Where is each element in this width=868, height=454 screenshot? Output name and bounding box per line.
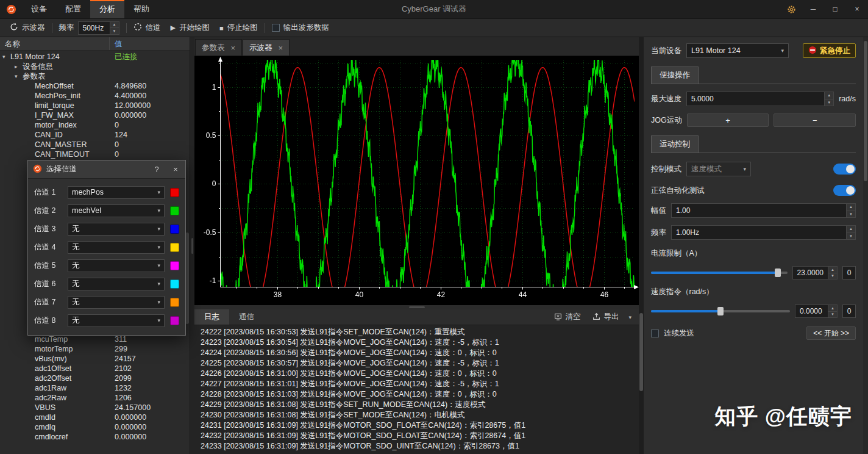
max-speed-spinbox[interactable]: 5.0000 ▲▼ — [686, 92, 834, 106]
oscilloscope-plot[interactable] — [194, 56, 639, 305]
spin-arrows[interactable]: ▲▼ — [110, 22, 119, 34]
start-test-button[interactable]: << 开始 >> — [806, 326, 856, 340]
tree-row[interactable]: I_FW_MAX 0.000000 — [0, 110, 190, 120]
tree-row[interactable]: motor_index 0 — [0, 120, 190, 130]
stop-plot-button[interactable]: ■ 停止绘图 — [215, 19, 263, 37]
dialog-close-button[interactable]: × — [168, 162, 183, 177]
channel-select[interactable]: mechPos ▾ — [68, 186, 165, 199]
tree-row[interactable]: CAN_MASTER 0 — [0, 140, 190, 150]
export-log-button[interactable]: 导出 — [588, 311, 624, 323]
output-wave-checkbox[interactable] — [272, 24, 280, 32]
log-body[interactable]: 24222 [2023/08/15 16:30:53] 发送L91指令SET_M… — [194, 325, 639, 454]
control-mode-toggle[interactable] — [833, 164, 856, 175]
current-limit-spinbox[interactable]: 23.0000 ▲▼ — [792, 266, 838, 279]
menu-item[interactable]: 分析 — [90, 0, 124, 18]
tree-row[interactable]: cmdId 0.000000 — [0, 413, 190, 422]
channel-select[interactable]: 无 ▾ — [68, 259, 165, 272]
jog-minus-button[interactable]: − — [774, 114, 856, 127]
spin-arrows[interactable]: ▲▼ — [828, 267, 837, 279]
tree-row[interactable]: cmdlocref 0.000000 — [0, 432, 190, 442]
view-tab[interactable]: 参数表 × — [195, 39, 242, 56]
right-scrollbar-thumb[interactable] — [864, 41, 867, 181]
minimize-button[interactable]: ─ — [802, 0, 824, 18]
channel-select[interactable]: mechVel ▾ — [68, 204, 165, 217]
channel-select[interactable]: 无 ▾ — [68, 241, 165, 254]
tree-expander-icon[interactable] — [2, 54, 10, 60]
menu-item[interactable]: 设备 — [22, 0, 56, 18]
sine-test-toggle[interactable] — [833, 185, 856, 196]
continuous-send-checkbox[interactable] — [651, 330, 659, 337]
right-scrollbar[interactable] — [863, 37, 868, 454]
spin-arrows[interactable]: ▲▼ — [846, 204, 855, 217]
spin-up-icon[interactable]: ▲ — [828, 305, 837, 312]
log-tab[interactable]: 日志 — [194, 309, 229, 325]
tree-row[interactable]: limit_torque 12.000000 — [0, 101, 190, 110]
tree-column-value[interactable]: 值 — [110, 37, 190, 50]
horizontal-splitter[interactable] — [194, 305, 639, 309]
export-dropdown-caret-icon[interactable]: ▾ — [626, 314, 634, 320]
spin-down-icon[interactable]: ▼ — [110, 28, 119, 34]
spin-up-icon[interactable]: ▲ — [847, 226, 855, 233]
spin-down-icon[interactable]: ▼ — [847, 211, 855, 218]
spin-down-icon[interactable]: ▼ — [847, 233, 855, 240]
spin-arrows[interactable]: ▲▼ — [828, 305, 837, 317]
spin-up-icon[interactable]: ▲ — [110, 22, 119, 29]
log-tab[interactable]: 通信 — [229, 309, 264, 325]
current-limit-slider[interactable] — [651, 272, 788, 274]
spin-up-icon[interactable]: ▲ — [825, 92, 833, 99]
center-scrollbar[interactable] — [639, 37, 644, 454]
spin-down-icon[interactable]: ▼ — [828, 273, 837, 279]
speed-cmd-slider[interactable] — [651, 310, 790, 312]
spin-down-icon[interactable]: ▼ — [825, 99, 833, 106]
dialog-help-button[interactable]: ? — [149, 162, 164, 177]
menu-item[interactable]: 帮助 — [124, 0, 158, 18]
control-mode-select[interactable]: 速度模式 ▾ — [686, 162, 751, 176]
frequency-spinbox[interactable]: 500Hz ▲▼ — [78, 21, 119, 35]
channel-select[interactable]: 无 ▾ — [68, 314, 165, 327]
spin-arrows[interactable]: ▲▼ — [846, 226, 855, 239]
settings-gear-icon[interactable] — [780, 0, 802, 18]
vertical-splitter[interactable] — [190, 37, 194, 454]
slider-handle[interactable] — [717, 307, 724, 315]
tree-row[interactable]: 设备信息 — [0, 62, 190, 71]
channel-select[interactable]: 无 ▾ — [68, 278, 165, 290]
maximize-button[interactable]: □ — [824, 0, 846, 18]
tree-row[interactable]: CAN_ID 124 — [0, 130, 190, 140]
tree-row[interactable]: 参数表 — [0, 71, 190, 81]
tree-row[interactable]: adc1Raw 1232 — [0, 383, 190, 393]
spin-up-icon[interactable]: ▲ — [847, 204, 855, 211]
clear-log-button[interactable]: 清空 — [549, 311, 585, 323]
jog-plus-button[interactable]: + — [687, 114, 769, 127]
spin-up-icon[interactable]: ▲ — [828, 267, 837, 273]
dialog-titlebar[interactable]: 选择信道 ? × — [28, 160, 185, 179]
tree-row[interactable]: cmdIq 0.000000 — [0, 422, 190, 432]
tree-column-name[interactable]: 名称 — [0, 37, 110, 50]
spin-arrows[interactable]: ▲▼ — [824, 92, 833, 106]
slider-handle[interactable] — [775, 268, 781, 277]
close-button[interactable]: × — [846, 0, 868, 18]
tree-row[interactable]: adc1Offset 2102 — [0, 364, 190, 373]
tree-expander-icon[interactable] — [15, 63, 23, 70]
spin-down-icon[interactable]: ▼ — [828, 312, 837, 318]
menu-item[interactable]: 配置 — [56, 0, 90, 18]
tree-row[interactable]: vBus(mv) 24157 — [0, 354, 190, 364]
sine-frequency-spinbox[interactable]: 1.00Hz ▲▼ — [671, 225, 856, 240]
start-plot-button[interactable]: ▶ 开始绘图 — [166, 19, 215, 37]
tree-row[interactable]: CAN_TIMEOUT 0 — [0, 150, 190, 159]
emergency-stop-button[interactable]: 紧急停止 — [803, 43, 856, 58]
tab-motion-control[interactable]: 运动控制 — [651, 135, 699, 153]
tree-row[interactable]: L91 Motor 124 已连接 — [0, 52, 190, 62]
speed-cmd-aux[interactable]: 0 — [842, 304, 856, 318]
tree-row[interactable]: MechPos_init 4.400000 — [0, 91, 190, 101]
channel-select[interactable]: 无 ▾ — [68, 223, 165, 236]
tree-row[interactable]: motorTemp 299 — [0, 344, 190, 354]
tree-row[interactable]: mcuTemp 311 — [0, 334, 190, 344]
tree-expander-icon[interactable] — [15, 73, 23, 79]
device-select[interactable]: L91 Motor 124 ▾ — [686, 43, 789, 58]
channel-button[interactable]: 信道 — [129, 19, 166, 37]
channel-select[interactable]: 无 ▾ — [68, 296, 165, 309]
tree-row[interactable]: MechOffset 4.849680 — [0, 81, 190, 91]
speed-cmd-spinbox[interactable]: 0.0000 ▲▼ — [795, 304, 838, 318]
tab-close-icon[interactable]: × — [231, 44, 236, 52]
current-limit-aux[interactable]: 0 — [842, 266, 856, 279]
